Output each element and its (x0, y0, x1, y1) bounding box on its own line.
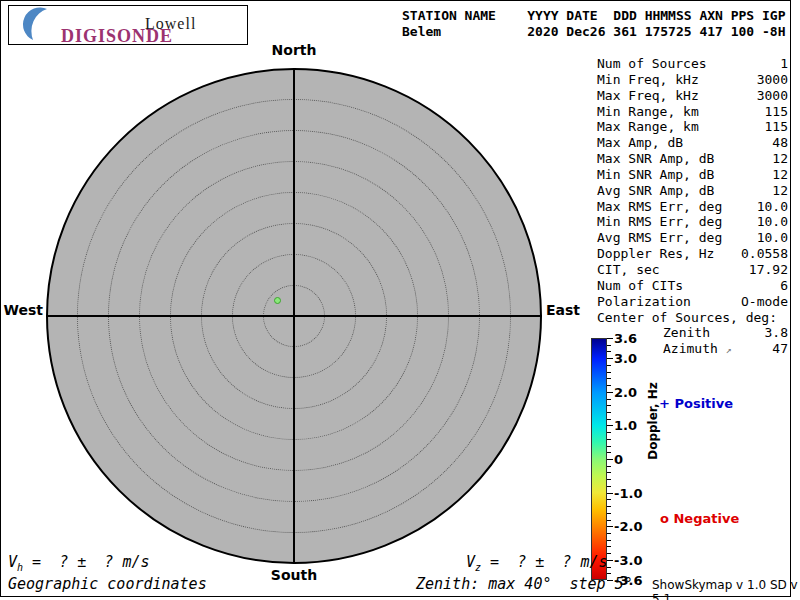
parameter-label: Max Amp, dB (597, 135, 683, 151)
legend-positive-label: Positive (674, 396, 733, 411)
crescent-icon (21, 7, 55, 43)
colorbar-minor-tick (607, 486, 611, 487)
vh-value: = ? ± ? m/s (23, 553, 149, 571)
colorbar-tick-label: 3.0 (614, 351, 637, 366)
plus-marker-icon: + (659, 396, 670, 411)
compass-label-west: West (0, 302, 43, 318)
colorbar-major-tick (607, 459, 613, 460)
colorbar-major-tick (607, 526, 613, 527)
legend-negative: o Negative (660, 511, 739, 526)
vz-symbol: V (466, 553, 475, 571)
colorbar-minor-tick (607, 351, 611, 352)
colorbar-minor-tick (607, 506, 611, 507)
parameter-label: Max RMS Err, deg (597, 199, 722, 215)
parameter-label: CIT, sec (597, 262, 660, 278)
parameter-label: Doppler Res, Hz (597, 246, 714, 262)
parameter-value: 12 (772, 151, 788, 167)
colorbar-minor-tick (607, 446, 611, 447)
colorbar-minor-tick (607, 479, 611, 480)
doppler-colorbar (591, 338, 607, 580)
parameter-value: 0.0558 (741, 246, 788, 262)
parameter-value: 12 (772, 167, 788, 183)
colorbar-minor-tick (607, 546, 611, 547)
parameter-label: Min Range, km (597, 104, 699, 120)
colorbar-minor-tick (607, 439, 611, 440)
colorbar-tick-label: 3.6 (614, 331, 637, 346)
header-values-row: Belem 2020 Dec26 361 175725 417 100 -8H (402, 24, 786, 39)
parameter-value: 10.0 (757, 230, 788, 246)
colorbar-minor-tick (607, 399, 611, 400)
parameter-value: 3.8 (765, 325, 788, 341)
parameter-value: 3000 (757, 88, 788, 104)
skymap-vertical-axis (293, 68, 295, 564)
parameter-label: Avg SNR Amp, dB (597, 183, 714, 199)
colorbar-minor-tick (607, 432, 611, 433)
parameter-row: PolarizationO-mode (597, 294, 788, 310)
parameter-value: 48 (772, 135, 788, 151)
parameter-label: Num of CITs (597, 278, 683, 294)
colorbar-tick-label: -1.0 (614, 485, 642, 500)
colorbar-tick-label: 2.0 (614, 384, 637, 399)
parameter-value: 47 (772, 341, 788, 358)
colorbar-major-tick (607, 358, 613, 359)
vz-value: = ? ± ? m/s (481, 553, 607, 571)
colorbar-minor-tick (607, 419, 611, 420)
parameter-label: Min SNR Amp, dB (597, 167, 714, 183)
parameter-value: 1 (780, 56, 788, 72)
parameter-row: Max SNR Amp, dB12 (597, 151, 788, 167)
header-columns-row: STATION NAME YYYY DATE DDD HHMMSS AXN PP… (402, 8, 786, 23)
parameter-row: Min SNR Amp, dB12 (597, 167, 788, 183)
parameter-value: 10.0 (757, 199, 788, 215)
parameter-row: Max RMS Err, deg10.0 (597, 199, 788, 215)
parameter-label: Num of Sources (597, 56, 707, 72)
colorbar-minor-tick (607, 412, 611, 413)
colorbar-major-tick (607, 338, 613, 339)
colorbar-minor-tick (607, 378, 611, 379)
colorbar-minor-tick (607, 466, 611, 467)
parameter-value: 10.0 (757, 214, 788, 230)
parameter-value: 12 (772, 183, 788, 199)
colorbar-minor-tick (607, 499, 611, 500)
parameter-label: Max SNR Amp, dB (597, 151, 714, 167)
parameter-label: Min Freq, kHz (597, 72, 699, 88)
zenith-range-caption: Zenith: max 40° step 5° (416, 575, 633, 593)
center-of-sources-header: Center of Sources, deg: (597, 310, 788, 326)
circle-marker-icon: o (660, 511, 669, 526)
parameter-label: Max Range, km (597, 119, 699, 135)
parameter-label: Min RMS Err, deg (597, 214, 722, 230)
legend-negative-label: Negative (673, 511, 739, 526)
colorbar-minor-tick (607, 385, 611, 386)
colorbar-major-tick (607, 425, 613, 426)
compass-label-north: North (244, 42, 344, 58)
colorbar-minor-tick (607, 553, 611, 554)
parameter-value: 3000 (757, 72, 788, 88)
parameter-row: Max Amp, dB48 (597, 135, 788, 151)
colorbar-minor-tick (607, 567, 611, 568)
parameter-value: O-mode (741, 294, 788, 310)
horizontal-velocity-readout: Vh = ? ± ? m/s (8, 553, 150, 573)
colorbar-minor-tick (607, 540, 611, 541)
colorbar-tick-label: -2.0 (614, 519, 642, 534)
parameter-row: Avg SNR Amp, dB12 (597, 183, 788, 199)
colorbar-major-tick (607, 493, 613, 494)
parameter-row: Min Range, km115 (597, 104, 788, 120)
colorbar-major-tick (607, 392, 613, 393)
parameter-label: Polarization (597, 294, 691, 310)
vh-symbol: V (8, 553, 17, 571)
compass-label-south: South (244, 567, 344, 583)
parameter-row: Min RMS Err, deg10.0 (597, 214, 788, 230)
logo-text-digisonde: DIGISONDE (61, 26, 173, 47)
colorbar-tick-label: 1.0 (614, 418, 637, 433)
colorbar-tick-label: 0 (614, 452, 623, 467)
colorbar-minor-tick (607, 345, 611, 346)
parameter-row: CIT, sec17.92 (597, 262, 788, 278)
colorbar-minor-tick (607, 533, 611, 534)
parameter-row: Num of CITs6 (597, 278, 788, 294)
colorbar-tick-label: -3.0 (614, 552, 642, 567)
parameter-value: 115 (765, 104, 788, 120)
parameter-row: Avg RMS Err, deg10.0 (597, 230, 788, 246)
parameter-value: 6 (780, 278, 788, 294)
parameter-label: Avg RMS Err, deg (597, 230, 722, 246)
colorbar-minor-tick (607, 405, 611, 406)
parameter-row: Max Range, km115 (597, 119, 788, 135)
